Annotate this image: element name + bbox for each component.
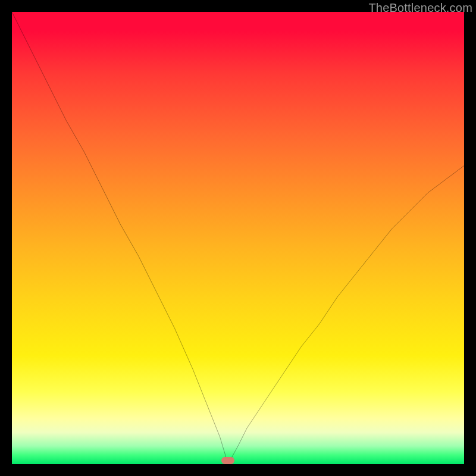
- optimum-marker: [221, 457, 234, 464]
- plot-area: [12, 12, 464, 464]
- chart-frame: TheBottleneck.com: [0, 0, 476, 476]
- bottleneck-curve: [12, 12, 464, 464]
